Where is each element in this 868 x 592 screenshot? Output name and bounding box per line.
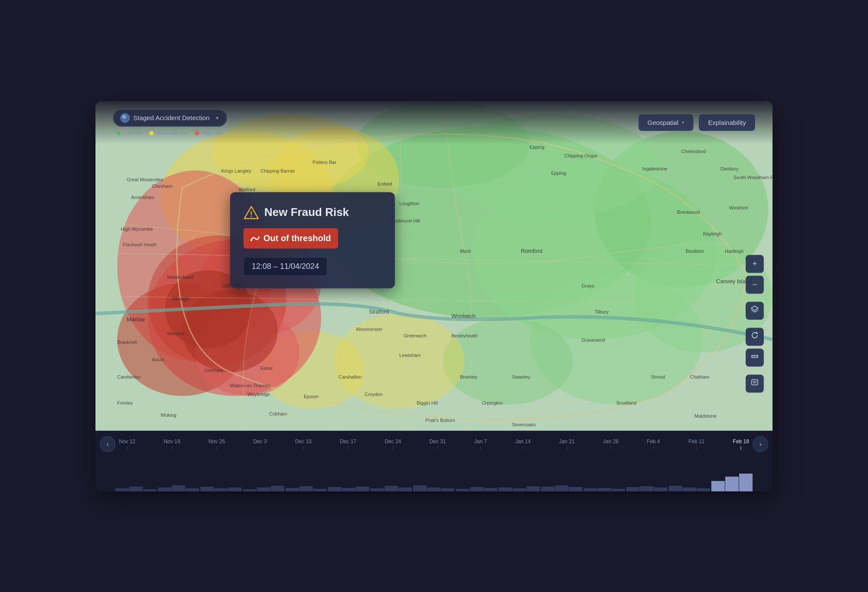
layers-button[interactable] [746,301,764,320]
svg-text:Croydon: Croydon [365,392,383,397]
svg-text:Swanley: Swanley [512,374,530,379]
zoom-in-button[interactable]: + [746,255,764,273]
bar-14-0 [711,481,725,491]
threshold-label: Out of threshold [263,233,331,243]
timeline-date-14[interactable]: Feb 18 [733,438,749,450]
detection-label: Staged Accident Detection [133,114,210,121]
bar-6-1 [385,486,398,491]
bar-group-9 [499,466,540,491]
timeline-area: ‹ Nov 12Nov 19Nov 26Dec 3Dec 10Dec 17Dec… [95,431,773,491]
bar-10-0 [541,487,555,491]
zoom-in-icon: + [753,259,757,268]
svg-text:Weybridge: Weybridge [247,392,270,397]
bar-12-1 [640,486,654,491]
bar-10-2 [569,487,582,491]
threshold-badge: Out of threshold [243,228,338,249]
bar-9-1 [513,488,526,491]
bar-9-2 [526,486,540,491]
svg-text:Epping: Epping [529,144,544,150]
svg-text:Loughton: Loughton [399,201,419,206]
refresh-button[interactable] [746,327,764,346]
fraud-popup-title: ! New Fraud Risk [243,205,381,220]
svg-text:Ilford: Ilford [460,249,470,254]
bar-8-1 [470,487,483,491]
svg-text:Chipping Barnet: Chipping Barnet [260,168,295,173]
app-container: Marlow Amersham Chesham Watford Kings La… [95,101,773,491]
list-button[interactable] [746,374,764,392]
timeline-date-6[interactable]: Dec 24 [385,438,401,450]
detection-dropdown[interactable]: 🔍 Staged Accident Detection ▼ [113,109,227,127]
geospatial-label: Geospatial [648,119,679,126]
bar-6-0 [371,488,384,491]
bar-1-0 [158,487,171,491]
svg-text:Tilbury: Tilbury [595,309,609,314]
bar-group-14 [711,466,753,491]
svg-text:Kings Langley: Kings Langley [221,168,252,173]
svg-text:Ascot: Ascot [152,357,164,362]
svg-text:Strood: Strood [651,374,665,379]
bar-2-0 [201,487,214,491]
svg-text:Epsom: Epsom [304,394,319,399]
timeline-bars [95,457,773,491]
svg-text:Rayleigh: Rayleigh [703,231,722,236]
timeline-date-4[interactable]: Dec 10 [295,438,312,450]
timeline-date-2[interactable]: Nov 26 [208,438,225,450]
svg-text:Woolwich: Woolwich [451,313,475,319]
timeline-date-9[interactable]: Jan 14 [515,438,531,450]
explainability-label: Explainability [708,119,746,126]
refresh-icon [750,331,759,342]
svg-text:Epping: Epping [551,170,566,176]
bar-13-1 [683,487,696,491]
svg-text:Windsor: Windsor [167,331,185,336]
timeline-dates: ‹ Nov 12Nov 19Nov 26Dec 3Dec 10Dec 17Dec… [95,431,773,457]
legend: Low risk Moderate risk High risk [113,130,227,136]
ruler-button[interactable] [746,348,764,366]
svg-text:Marlow: Marlow [127,316,145,323]
svg-text:Bracknell: Bracknell [117,340,137,345]
bar-4-1 [299,486,313,491]
svg-text:Frimley: Frimley [117,400,133,406]
warning-icon: ! [243,205,259,220]
bar-group-5 [328,466,369,491]
svg-text:Chelmsford: Chelmsford [681,149,706,154]
geospatial-button[interactable]: Geospatial ▾ [638,114,694,131]
svg-marker-93 [751,306,758,311]
svg-text:Maidstone: Maidstone [694,413,717,419]
bar-7-0 [413,485,427,491]
svg-point-21 [182,290,278,372]
svg-text:Pratt's Bottom: Pratt's Bottom [425,418,455,423]
explainability-button[interactable]: Explainability [699,114,755,131]
zoom-out-button[interactable]: − [746,275,764,294]
bar-6-2 [398,487,412,491]
svg-text:Camberley: Camberley [117,374,141,379]
bar-group-8 [456,466,497,491]
bar-5-2 [356,487,369,491]
timeline-date-0[interactable]: Nov 12 [119,438,135,450]
svg-text:Orpington: Orpington [482,400,503,406]
timeline-date-7[interactable]: Dec 31 [429,438,446,450]
timeline-date-8[interactable]: Jan 7 [474,438,487,450]
timeline-date-10[interactable]: Jan 21 [559,438,575,450]
timeline-date-3[interactable]: Dec 3 [253,438,266,450]
svg-text:Esher: Esher [260,366,273,371]
detection-chevron-icon: ▼ [215,115,220,121]
timeline-date-11[interactable]: Jan 28 [603,438,618,450]
svg-text:Carshalton: Carshalton [339,374,362,379]
timeline-date-1[interactable]: Nov 19 [164,438,180,450]
timeline-date-5[interactable]: Dec 17 [340,438,356,450]
svg-text:Snodland: Snodland [616,400,637,406]
moderate-risk-dot [149,131,154,135]
timeline-date-12[interactable]: Feb 4 [647,438,660,450]
timeline-date-13[interactable]: Feb 11 [688,438,704,450]
map-controls: + − [746,255,764,392]
zoom-out-icon: − [753,280,757,289]
timeline-prev-button[interactable]: ‹ [100,436,115,452]
timeline-next-button[interactable]: › [753,436,768,452]
bar-group-2 [201,466,242,491]
high-risk-label: High risk [202,130,222,136]
svg-rect-98 [752,380,758,385]
bar-group-6 [371,466,412,491]
bar-9-0 [499,487,512,491]
svg-text:Brentwood: Brentwood [677,209,700,215]
bar-0-0 [115,488,129,491]
